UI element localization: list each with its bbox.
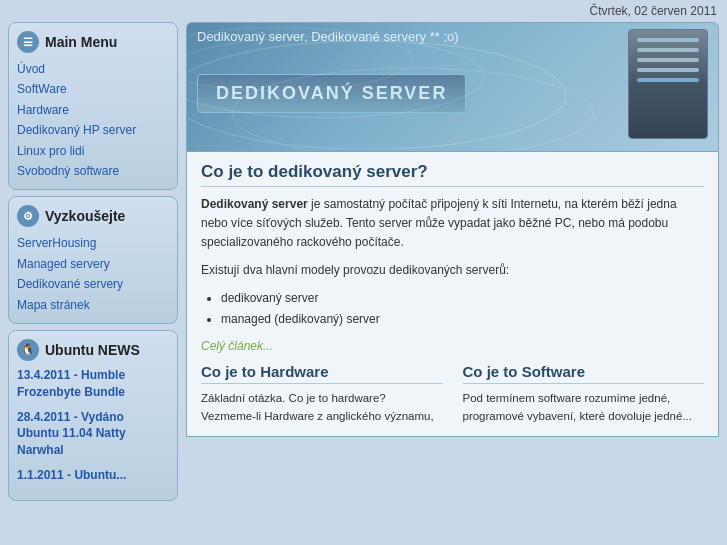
sidebar-item-dedikovane[interactable]: Dedikované servery <box>17 274 169 294</box>
sidebar-item-svobodny[interactable]: Svobodný software <box>17 161 169 181</box>
two-column-section: Co je to Hardware Základní otázka. Co je… <box>201 363 704 426</box>
sidebar-item-linux[interactable]: Linux pro lidi <box>17 141 169 161</box>
news-link-3[interactable]: 1.1.2011 - Ubuntu... <box>17 467 169 484</box>
mainmenu-title: ☰ Main Menu <box>17 31 169 53</box>
svg-point-1 <box>187 37 485 118</box>
mainmenu-icon: ☰ <box>17 31 39 53</box>
sidebar-item-mapa[interactable]: Mapa stránek <box>17 295 169 315</box>
software-column: Co je to Software Pod termínem software … <box>463 363 705 426</box>
vyzkousejte-title: ⚙ Vyzkoušejte <box>17 205 169 227</box>
top-date-bar: Čtvrtek, 02 červen 2011 <box>0 0 727 22</box>
more-link[interactable]: Celý článek... <box>201 339 704 353</box>
article-area: Co je to dedikovaný server? Dedikovaný s… <box>186 152 719 437</box>
hardware-col-title: Co je to Hardware <box>201 363 443 384</box>
software-col-text: Pod termínem software rozumíme jedné, pr… <box>463 390 705 426</box>
sidebar-item-hardware[interactable]: Hardware <box>17 100 169 120</box>
news-link-1[interactable]: 13.4.2011 - Humble Frozenbyte Bundle <box>17 367 169 401</box>
server-image <box>628 29 708 139</box>
news-item-3: 1.1.2011 - Ubuntu... <box>17 467 169 484</box>
software-col-title: Co je to Software <box>463 363 705 384</box>
hardware-column: Co je to Hardware Základní otázka. Co je… <box>201 363 443 426</box>
hardware-col-text: Základní otázka. Co je to hardware? Vezm… <box>201 390 443 426</box>
sidebar-item-uvod[interactable]: Úvod <box>17 59 169 79</box>
article1-para2: Existují dva hlavní modely provozu dedik… <box>201 261 704 280</box>
article1-bold: Dedikovaný server <box>201 197 308 211</box>
news-item-1: 13.4.2011 - Humble Frozenbyte Bundle <box>17 367 169 401</box>
sidebar-item-software[interactable]: SoftWare <box>17 79 169 99</box>
news-link-2[interactable]: 28.4.2011 - Vydáno Ubuntu 11.04 Natty Na… <box>17 409 169 459</box>
banner: Dedikovaný server, Dedikované servery **… <box>186 22 719 152</box>
svg-point-0 <box>187 41 566 149</box>
ubuntu-title: 🐧 Ubuntu NEWS <box>17 339 169 361</box>
sidebar-vyzkousejte-box: ⚙ Vyzkoušejte ServerHousing Managed serv… <box>8 196 178 324</box>
vyzkousejte-icon: ⚙ <box>17 205 39 227</box>
news-item-2: 28.4.2011 - Vydáno Ubuntu 11.04 Natty Na… <box>17 409 169 459</box>
main-wrapper: ☰ Main Menu Úvod SoftWare Hardware Dedik… <box>0 22 727 509</box>
content-area: Dedikovaný server, Dedikované servery **… <box>186 22 719 501</box>
svg-point-2 <box>232 68 593 149</box>
sidebar-item-serverhousing[interactable]: ServerHousing <box>17 233 169 253</box>
article1-list: dedikovaný server managed (dedikovaný) s… <box>221 288 704 331</box>
ubuntu-icon: 🐧 <box>17 339 39 361</box>
sidebar-mainmenu-box: ☰ Main Menu Úvod SoftWare Hardware Dedik… <box>8 22 178 190</box>
banner-swirl-decoration <box>187 23 638 149</box>
sidebar-ubuntu-box: 🐧 Ubuntu NEWS 13.4.2011 - Humble Frozenb… <box>8 330 178 501</box>
sidebar-item-dedikovanyhp[interactable]: Dedikovaný HP server <box>17 120 169 140</box>
list-item-2: managed (dedikovaný) server <box>221 309 704 331</box>
sidebar-item-managed[interactable]: Managed servery <box>17 254 169 274</box>
list-item-1: dedikovaný server <box>221 288 704 310</box>
sidebar: ☰ Main Menu Úvod SoftWare Hardware Dedik… <box>8 22 178 501</box>
article1-intro: Dedikovaný server je samostatný počítač … <box>201 195 704 253</box>
article1-title: Co je to dedikovaný server? <box>201 162 704 187</box>
date-text: Čtvrtek, 02 červen 2011 <box>590 4 717 18</box>
